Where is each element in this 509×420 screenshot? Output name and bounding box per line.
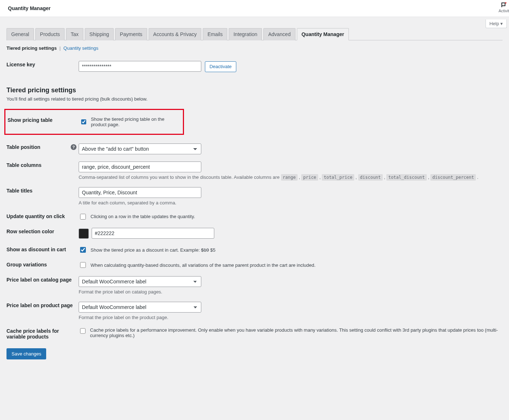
catalog-label-row: Price label on catalog page Default WooC… [6, 273, 503, 298]
row-color-label: Row selection color [6, 224, 79, 243]
deactivate-button[interactable]: Deactivate [205, 61, 236, 72]
help-icon[interactable]: ? [71, 144, 76, 150]
table-columns-label: Table columns [6, 158, 79, 184]
product-label-desc: Format the price label on the product pa… [79, 315, 503, 320]
help-dropdown[interactable]: Help ▾ [486, 19, 507, 28]
save-changes-button[interactable]: Save changes [6, 348, 46, 359]
tag-price: price [301, 174, 318, 181]
subsub-tiered-pricing[interactable]: Tiered pricing settings [6, 45, 57, 51]
tab-quantity-manager[interactable]: Quantity Manager [297, 28, 349, 40]
table-position-select[interactable]: Above the "add to cart" button [79, 143, 201, 154]
cache-labels-row: Cache price labels for variable products… [6, 324, 503, 344]
activity-icon [501, 2, 507, 8]
show-pricing-table-container: Show the tiered pricing table on the pro… [80, 116, 181, 127]
table-columns-input[interactable] [79, 162, 201, 172]
color-swatch[interactable] [79, 229, 89, 239]
row-color-input[interactable] [92, 228, 214, 239]
show-pricing-table-checkbox[interactable] [81, 119, 86, 125]
table-columns-row: Table columns Comma-separated list of co… [6, 158, 503, 184]
tab-tax[interactable]: Tax [66, 28, 83, 40]
tab-accounts-privacy[interactable]: Accounts & Privacy [149, 28, 202, 40]
help-label: Help [490, 21, 499, 26]
tab-general[interactable]: General [6, 28, 34, 40]
subsub-quantity-settings[interactable]: Quantity settings [63, 45, 98, 51]
top-header: Quantity Manager Activit [0, 0, 509, 17]
page-title: Quantity Manager [8, 5, 51, 11]
show-pricing-table-label: Show pricing table [8, 113, 80, 131]
example-strike: $10 [201, 247, 209, 253]
group-variations-desc: When calculating quantity-based discount… [91, 262, 316, 268]
update-quantity-row: Update quantity on click Clicking on a r… [6, 209, 503, 224]
tab-products[interactable]: Products [35, 28, 65, 40]
table-position-label: Table position [6, 144, 40, 150]
row-color-row: Row selection color [6, 224, 503, 243]
show-discount-cart-checkbox[interactable] [80, 247, 86, 253]
tab-payments[interactable]: Payments [115, 28, 147, 40]
table-position-row: Table position ? Above the "add to cart"… [6, 140, 503, 158]
tab-shipping[interactable]: Shipping [85, 28, 114, 40]
show-discount-cart-label: Show as discount in cart [6, 242, 79, 257]
product-label-select[interactable]: Default WooCommerce label [79, 302, 201, 313]
svg-point-0 [505, 2, 506, 4]
update-quantity-desc: Clicking on a row in the table updates t… [91, 214, 195, 219]
show-discount-cart-row: Show as discount in cart Show the tiered… [6, 242, 503, 257]
section-description: You'll find all settings related to tier… [6, 96, 503, 102]
catalog-label-label: Price label on catalog page [6, 273, 79, 298]
chevron-down-icon: ▾ [500, 21, 503, 26]
section-heading: Tiered pricing settings [6, 87, 503, 94]
update-quantity-checkbox[interactable] [80, 214, 86, 220]
tag-total-discount: total_discount [386, 174, 426, 181]
license-key-input[interactable] [79, 61, 201, 72]
cache-labels-checkbox[interactable] [80, 328, 85, 334]
license-key-row: License key Deactivate [6, 57, 503, 76]
tab-emails[interactable]: Emails [203, 28, 227, 40]
highlighted-setting: Show pricing table Show the tiered prici… [4, 109, 184, 135]
product-label-label: Price label on product page [6, 298, 79, 324]
table-titles-desc: A title for each column, separated by a … [79, 200, 503, 205]
catalog-label-desc: Format the price label on catalog pages. [79, 289, 503, 295]
show-discount-cart-desc: Show the tiered price as a discount in c… [91, 247, 215, 253]
group-variations-checkbox[interactable] [80, 262, 86, 268]
tag-discount-percent: discount_percent [430, 174, 476, 181]
activity-panel[interactable]: Activit [499, 2, 509, 13]
catalog-label-select[interactable]: Default WooCommerce label [79, 276, 201, 287]
cache-labels-label: Cache price labels for variable products [6, 324, 79, 344]
tag-total-price: total_price [322, 174, 354, 181]
sub-navigation: Tiered pricing settings | Quantity setti… [6, 45, 503, 51]
update-quantity-label: Update quantity on click [6, 209, 79, 224]
tag-discount: discount [358, 174, 383, 181]
tab-advanced[interactable]: Advanced [263, 28, 295, 40]
table-titles-input[interactable] [79, 187, 201, 198]
activity-label: Activit [499, 9, 509, 13]
table-columns-desc: Comma-separated list of columns you want… [79, 174, 503, 180]
product-label-row: Price label on product page Default WooC… [6, 298, 503, 324]
table-titles-label: Table titles [6, 184, 79, 209]
group-variations-row: Group variations When calculating quanti… [6, 257, 503, 273]
group-variations-label: Group variations [6, 257, 79, 273]
license-key-label: License key [6, 57, 79, 76]
settings-tabs: General Products Tax Shipping Payments A… [6, 28, 503, 40]
tag-range: range [281, 174, 298, 181]
show-pricing-table-desc: Show the tiered pricing table on the pro… [91, 116, 181, 127]
cache-labels-desc: Cache price labels for a performance imp… [90, 327, 503, 338]
separator: | [60, 45, 61, 51]
tab-integration[interactable]: Integration [229, 28, 262, 40]
table-titles-row: Table titles A title for each column, se… [6, 184, 503, 209]
